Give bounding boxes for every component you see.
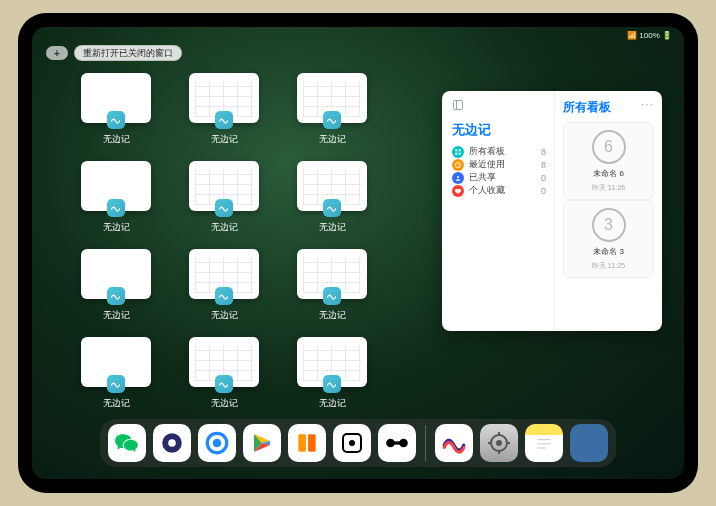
svg-point-9	[168, 439, 176, 447]
svg-rect-3	[459, 149, 461, 151]
ipad-frame: 📶 100% 🔋 + 重新打开已关闭的窗口 无边记 无边记 无边记 无边记 无边…	[18, 13, 698, 493]
board-sketch: 6	[592, 130, 626, 164]
board-card[interactable]: 3 未命名 3 昨天 11:25	[563, 200, 654, 278]
thumbnail-label: 无边记	[211, 309, 238, 322]
sidebar-item-count: 0	[541, 186, 546, 196]
thumbnail-label: 无边记	[211, 221, 238, 234]
thumbnail-preview	[189, 249, 259, 299]
window-thumbnail[interactable]: 无边记	[72, 73, 160, 147]
thumbnail-preview	[189, 337, 259, 387]
window-thumbnail[interactable]: 无边记	[72, 249, 160, 323]
thumbnail-label: 无边记	[103, 133, 130, 146]
people-icon	[452, 172, 464, 184]
sidebar-item-count: 8	[541, 147, 546, 157]
window-thumbnail[interactable]: 无边记	[288, 249, 376, 323]
screen: 📶 100% 🔋 + 重新打开已关闭的窗口 无边记 无边记 无边记 无边记 无边…	[32, 27, 684, 479]
thumbnail-preview	[189, 161, 259, 211]
thumbnail-preview	[189, 73, 259, 123]
svg-point-20	[496, 440, 502, 446]
svg-rect-18	[391, 441, 404, 444]
dock-app-qqbrowser[interactable]	[198, 424, 236, 462]
dock-app-play[interactable]	[243, 424, 281, 462]
window-thumbnail[interactable]: 无边记	[72, 161, 160, 235]
dock-app-quark[interactable]	[153, 424, 191, 462]
freeform-app-icon	[215, 287, 233, 305]
sidebar-item-label: 个人收藏	[469, 184, 505, 197]
dock-separator	[425, 425, 426, 461]
status-bar: 📶 100% 🔋	[627, 31, 672, 40]
thumbnail-preview	[81, 73, 151, 123]
sidebar-item-label: 最近使用	[469, 158, 505, 171]
dock-app-barbell[interactable]	[378, 424, 416, 462]
board-name: 未命名 3	[593, 246, 624, 257]
svg-point-15	[349, 440, 355, 446]
sidebar-item[interactable]: 最近使用 8	[452, 158, 546, 171]
board-date: 昨天 11:25	[592, 261, 625, 271]
window-thumbnail[interactable]: 无边记	[180, 73, 268, 147]
heart-icon	[452, 185, 464, 197]
board-date: 昨天 11:26	[592, 183, 625, 193]
svg-rect-13	[308, 434, 316, 451]
thumbnail-label: 无边记	[319, 309, 346, 322]
thumbnail-label: 无边记	[319, 221, 346, 234]
panel-title: 无边记	[452, 121, 546, 139]
freeform-app-icon	[215, 375, 233, 393]
window-thumbnail[interactable]: 无边记	[180, 337, 268, 411]
add-button[interactable]: +	[46, 46, 68, 60]
freeform-app-icon	[107, 287, 125, 305]
freeform-app-icon	[215, 111, 233, 129]
reopen-closed-window-button[interactable]: 重新打开已关闭的窗口	[74, 45, 182, 61]
window-thumbnail[interactable]: 无边记	[288, 73, 376, 147]
svg-point-11	[213, 439, 222, 448]
freeform-app-icon	[323, 199, 341, 217]
freeform-app-icon	[323, 111, 341, 129]
svg-rect-12	[298, 434, 306, 451]
thumbnail-preview	[297, 337, 367, 387]
svg-rect-5	[459, 152, 461, 154]
thumbnail-preview	[81, 337, 151, 387]
clock-icon	[452, 159, 464, 171]
window-thumbnail[interactable]: 无边记	[288, 337, 376, 411]
dock-app-notes[interactable]	[525, 424, 563, 462]
svg-rect-0	[454, 101, 463, 110]
dock-app-wechat[interactable]	[108, 424, 146, 462]
dock-app-app-folder[interactable]	[570, 424, 608, 462]
more-icon[interactable]: ···	[641, 97, 654, 111]
window-thumbnail[interactable]: 无边记	[180, 249, 268, 323]
sidebar-item-label: 所有看板	[469, 145, 505, 158]
svg-rect-4	[455, 152, 457, 154]
sidebar-panel: ··· 无边记 所有看板 8 最近使用 8 已共享 0 个人收藏 0 所有看板 …	[442, 91, 662, 331]
thumbnail-label: 无边记	[211, 397, 238, 410]
dock	[100, 419, 616, 467]
freeform-app-icon	[215, 199, 233, 217]
svg-point-7	[457, 176, 459, 178]
sidebar-item-count: 8	[541, 160, 546, 170]
dock-app-settings[interactable]	[480, 424, 518, 462]
top-toolbar: + 重新打开已关闭的窗口	[46, 45, 182, 61]
thumbnail-preview	[297, 73, 367, 123]
sidebar-item[interactable]: 个人收藏 0	[452, 184, 546, 197]
thumbnail-label: 无边记	[103, 397, 130, 410]
thumbnail-preview	[81, 249, 151, 299]
thumbnail-preview	[297, 249, 367, 299]
dock-app-books[interactable]	[288, 424, 326, 462]
thumbnail-preview	[297, 161, 367, 211]
window-thumbnail[interactable]: 无边记	[72, 337, 160, 411]
freeform-app-icon	[107, 111, 125, 129]
dock-app-freeform[interactable]	[435, 424, 473, 462]
thumbnail-label: 无边记	[211, 133, 238, 146]
sidebar-item[interactable]: 所有看板 8	[452, 145, 546, 158]
thumbnail-label: 无边记	[319, 397, 346, 410]
board-sketch: 3	[592, 208, 626, 242]
sidebar-item-count: 0	[541, 173, 546, 183]
grid-icon	[452, 146, 464, 158]
freeform-app-icon	[107, 199, 125, 217]
window-thumbnail[interactable]: 无边记	[288, 161, 376, 235]
board-card[interactable]: 6 未命名 6 昨天 11:26	[563, 122, 654, 200]
window-thumbnail[interactable]: 无边记	[180, 161, 268, 235]
sidebar-item[interactable]: 已共享 0	[452, 171, 546, 184]
panel-content: 所有看板 6 未命名 6 昨天 11:263 未命名 3 昨天 11:25	[554, 91, 662, 331]
thumbnail-label: 无边记	[103, 309, 130, 322]
dock-app-dice[interactable]	[333, 424, 371, 462]
app-expose-grid: 无边记 无边记 无边记 无边记 无边记 无边记 无边记 无边记 无边记 无边记 …	[72, 73, 376, 411]
